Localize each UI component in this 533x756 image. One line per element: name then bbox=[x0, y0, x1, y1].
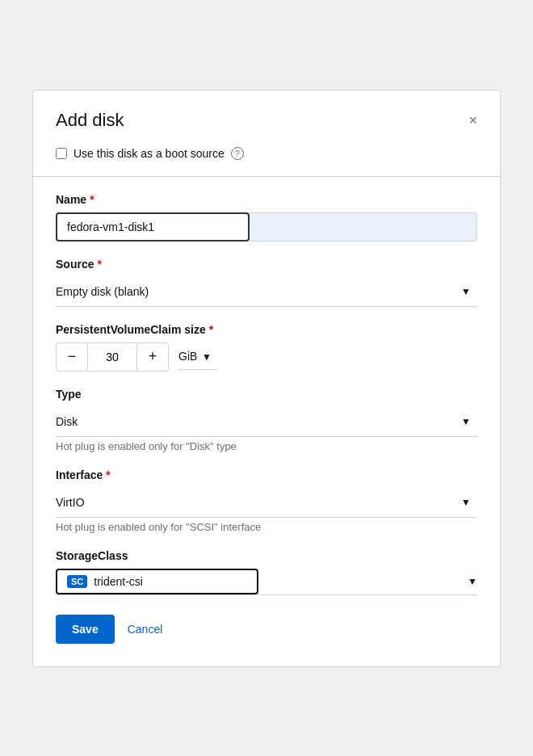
name-bg-fill bbox=[250, 212, 477, 242]
name-input[interactable] bbox=[56, 212, 250, 242]
type-select[interactable]: Disk CD-ROM bbox=[56, 407, 477, 436]
pvc-unit-select[interactable]: MiB GiB TiB bbox=[178, 343, 218, 370]
pvc-size-field-group: PersistentVolumeClaim size * − + MiB GiB… bbox=[56, 323, 477, 372]
cancel-button[interactable]: Cancel bbox=[128, 623, 163, 636]
storage-class-row: SC trident-csi ▼ bbox=[56, 569, 477, 595]
pvc-size-increment-button[interactable]: + bbox=[136, 342, 169, 372]
name-input-row bbox=[56, 212, 477, 242]
boot-source-checkbox[interactable] bbox=[56, 148, 67, 159]
name-label: Name * bbox=[56, 193, 477, 206]
form-section: Name * Source * Empty disk (blank) UR bbox=[56, 193, 477, 644]
boot-source-row: Use this disk as a boot source ? bbox=[56, 147, 477, 160]
interface-required-star: * bbox=[106, 468, 110, 481]
pvc-size-decrement-button[interactable]: − bbox=[56, 342, 88, 372]
source-select-wrapper: Empty disk (blank) URL Registry Existing… bbox=[56, 277, 477, 307]
add-disk-modal: Add disk × Use this disk as a boot sourc… bbox=[32, 90, 501, 667]
modal-header: Add disk × bbox=[56, 110, 477, 131]
pvc-size-label: PersistentVolumeClaim size * bbox=[56, 323, 477, 336]
name-required-star: * bbox=[90, 193, 94, 206]
pvc-unit-select-wrapper: MiB GiB TiB ▼ bbox=[178, 343, 218, 370]
divider bbox=[33, 176, 500, 177]
source-select[interactable]: Empty disk (blank) URL Registry Existing… bbox=[56, 277, 477, 306]
pvc-size-required-star: * bbox=[209, 323, 213, 336]
type-label: Type bbox=[56, 388, 477, 401]
pvc-size-input[interactable] bbox=[88, 342, 136, 372]
type-select-wrapper: Disk CD-ROM ▼ bbox=[56, 407, 477, 437]
interface-label: Interface * bbox=[56, 468, 477, 481]
name-field-group: Name * bbox=[56, 193, 477, 242]
pvc-size-row: − + MiB GiB TiB ▼ bbox=[56, 342, 477, 372]
sc-badge: SC bbox=[67, 575, 87, 588]
storage-class-selected-box: SC trident-csi bbox=[56, 569, 258, 594]
type-hint: Hot plug is enabled only for "Disk" type bbox=[56, 440, 477, 452]
storage-class-arrow: ▼ bbox=[468, 576, 477, 587]
modal-title: Add disk bbox=[56, 110, 124, 131]
interface-field-group: Interface * VirtIO SATA SCSI ▼ Hot plug … bbox=[56, 468, 477, 533]
type-field-group: Type Disk CD-ROM ▼ Hot plug is enabled o… bbox=[56, 388, 477, 452]
storage-class-value: trident-csi bbox=[94, 575, 143, 588]
storage-class-field-group: StorageClass SC trident-csi ▼ bbox=[56, 549, 477, 595]
help-icon[interactable]: ? bbox=[231, 147, 244, 160]
boot-source-label: Use this disk as a boot source bbox=[73, 147, 225, 160]
source-field-group: Source * Empty disk (blank) URL Registry… bbox=[56, 258, 477, 307]
storage-class-label: StorageClass bbox=[56, 549, 477, 562]
modal-overlay: Add disk × Use this disk as a boot sourc… bbox=[0, 0, 533, 756]
interface-select-wrapper: VirtIO SATA SCSI ▼ bbox=[56, 488, 477, 518]
save-button[interactable]: Save bbox=[56, 615, 115, 644]
source-label: Source * bbox=[56, 258, 477, 271]
close-button[interactable]: × bbox=[468, 113, 477, 128]
actions-row: Save Cancel bbox=[56, 615, 477, 644]
interface-hint: Hot plug is enabled only for "SCSI" inte… bbox=[56, 521, 477, 533]
source-required-star: * bbox=[97, 258, 101, 271]
interface-select[interactable]: VirtIO SATA SCSI bbox=[56, 488, 477, 517]
